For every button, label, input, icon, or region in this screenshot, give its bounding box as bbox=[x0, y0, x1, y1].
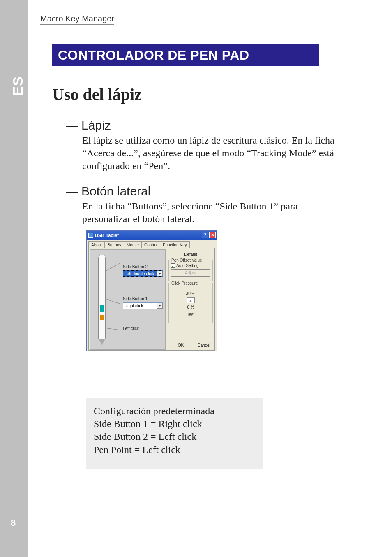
dialog-titlebar[interactable]: USB Tablet ? ✕ bbox=[87, 231, 217, 240]
tab-buttons[interactable]: Buttons bbox=[104, 241, 124, 248]
tab-about[interactable]: About bbox=[88, 241, 105, 248]
default-config-box: Configuración predeterminada Side Button… bbox=[86, 398, 263, 469]
section-banner: CONTROLADOR DE PEN PAD bbox=[52, 44, 319, 66]
pen-illustration bbox=[98, 255, 106, 341]
item-body-boton: En la ficha “Buttons”, seleccione “Side … bbox=[82, 200, 337, 225]
config-line: Side Button 2 = Left click bbox=[94, 430, 256, 443]
side-button1-label: Side Button 1 bbox=[123, 297, 148, 301]
tab-mouse[interactable]: Mouse bbox=[124, 241, 142, 248]
group-title: Pen Offset Value bbox=[171, 258, 203, 262]
tab-control[interactable]: Control bbox=[141, 241, 160, 248]
default-button[interactable]: Default bbox=[171, 251, 210, 258]
left-click-label: Left click bbox=[123, 326, 139, 331]
pen-button1-marker bbox=[100, 315, 104, 320]
click-pressure-group: Click Pressure 30 % 4 0 % Test bbox=[168, 283, 213, 323]
item-label-lapiz: Lápiz bbox=[81, 118, 111, 132]
chevron-down-icon[interactable]: ▼ bbox=[157, 271, 163, 276]
adjust-button[interactable]: Adjust bbox=[171, 269, 210, 277]
pressure-top-value: 30 % bbox=[171, 291, 211, 296]
help-button[interactable]: ? bbox=[202, 232, 208, 238]
combo-value: Right click bbox=[125, 304, 143, 308]
combo-value: Left double click bbox=[125, 272, 154, 276]
tab-row: About Buttons Mouse Control Function Key bbox=[88, 241, 217, 248]
leader-line bbox=[106, 328, 122, 330]
dialog-bottom-buttons: OK Cancel bbox=[171, 342, 214, 349]
close-button[interactable]: ✕ bbox=[209, 232, 216, 238]
chevron-down-icon[interactable]: ▼ bbox=[157, 303, 163, 309]
item-body-lapiz: El lápiz se utiliza como un lápiz de esc… bbox=[82, 134, 337, 173]
pressure-box[interactable]: 4 bbox=[187, 297, 195, 303]
item-label-boton: Botón lateral bbox=[81, 184, 150, 198]
auto-setting-checkbox[interactable]: ✓ bbox=[171, 263, 175, 268]
auto-setting-label: Auto Setting bbox=[176, 263, 198, 268]
dash-bullet: — bbox=[66, 184, 77, 198]
ok-button[interactable]: OK bbox=[171, 342, 191, 349]
group-title: Click Pressure bbox=[171, 281, 198, 285]
dialog-title: USB Tablet bbox=[95, 233, 119, 238]
section-heading: Uso del lápiz bbox=[52, 85, 142, 104]
config-line: Pen Point = Left click bbox=[94, 443, 256, 456]
config-line: Side Button 1 = Right click bbox=[94, 418, 256, 430]
side-button2-label: Side Button 2 bbox=[123, 265, 148, 269]
list-item-lapiz: — Lápiz El lápiz se utiliza como un lápi… bbox=[66, 118, 341, 173]
page-number: 8 bbox=[11, 518, 16, 528]
pen-diagram-area: Side Button 2 Left double click ▼ Side B… bbox=[90, 249, 166, 350]
cancel-button[interactable]: Cancel bbox=[194, 342, 214, 349]
header-title: Macro Key Manager bbox=[40, 14, 114, 25]
pen-button2-marker bbox=[100, 305, 104, 312]
leader-line bbox=[106, 299, 121, 304]
app-icon bbox=[88, 233, 93, 238]
language-tab: ES bbox=[10, 76, 26, 95]
tab-panel-buttons: Side Button 2 Left double click ▼ Side B… bbox=[88, 248, 215, 351]
pen-tip-illustration bbox=[99, 339, 105, 345]
test-button[interactable]: Test bbox=[171, 311, 210, 318]
side-button1-combo[interactable]: Right click ▼ bbox=[123, 302, 163, 309]
leader-line bbox=[106, 263, 120, 271]
dash-bullet: — bbox=[66, 118, 77, 132]
tab-function-key[interactable]: Function Key bbox=[160, 241, 189, 248]
right-column: Default Pen Offset Value ✓ Auto Setting … bbox=[168, 249, 213, 323]
usb-tablet-dialog: USB Tablet ? ✕ About Buttons Mouse Contr… bbox=[86, 230, 217, 351]
list-item-boton: — Botón lateral En la ficha “Buttons”, s… bbox=[66, 184, 341, 225]
pressure-bottom-value: 0 % bbox=[171, 305, 211, 309]
pen-offset-group: Pen Offset Value ✓ Auto Setting Adjust bbox=[168, 260, 213, 281]
config-line: Configuración predeterminada bbox=[94, 405, 256, 418]
side-button2-combo[interactable]: Left double click ▼ bbox=[123, 270, 163, 277]
